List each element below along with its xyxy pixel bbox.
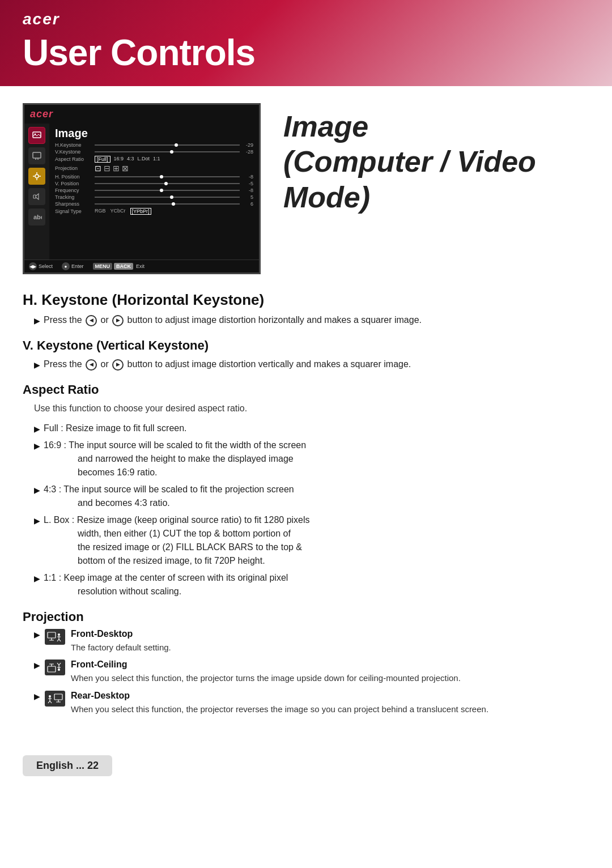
osd-row-signal: Signal Type RGB YCbCr [YPbPr]: [55, 208, 253, 215]
osd-screen: acer: [23, 103, 261, 274]
h-keystone-bullet: ▶ Press the or button to adjust image di…: [23, 313, 589, 327]
v-keystone-bullet: ▶ Press the or button to adjust image di…: [23, 358, 589, 371]
proj-arrow-icon: ▶: [34, 630, 40, 639]
page-title: User Controls: [23, 32, 589, 74]
bullet-arrow-icon: ▶: [34, 484, 40, 496]
left-button-icon: [86, 359, 97, 371]
aspect-item-169: ▶ 16:9 : The input source will be scaled…: [23, 439, 589, 479]
right-button-icon: [112, 315, 124, 326]
rear-desktop-desc: When you select this function, the proje…: [71, 703, 589, 716]
svg-rect-20: [48, 666, 56, 672]
front-ceiling-icon: [45, 659, 65, 675]
osd-row-vkeystone: V.Keystone -28: [55, 149, 253, 155]
front-desktop-label: Front-Desktop: [71, 629, 589, 639]
svg-text:abc: abc: [33, 214, 42, 220]
svg-point-5: [35, 175, 39, 178]
front-ceiling-desc: When you select this function, the proje…: [71, 672, 589, 685]
page-header: acer User Controls: [0, 0, 612, 86]
italic-section-title: Image (Computer / Video Mode): [283, 103, 589, 274]
main-content: acer: [0, 86, 612, 738]
osd-sidebar: abc: [24, 124, 49, 259]
svg-rect-10: [33, 195, 36, 198]
svg-line-18: [57, 639, 59, 641]
top-section: acer: [23, 103, 589, 274]
aspect-ratio-intro: Use this function to choose your desired…: [23, 402, 589, 416]
bullet-arrow-icon: ▶: [34, 440, 40, 452]
osd-row-tracking: Tracking 5: [55, 194, 253, 200]
svg-line-27: [59, 663, 61, 665]
rear-desktop-label: Rear-Desktop: [71, 691, 589, 701]
left-button-icon: [86, 315, 97, 326]
projection-front-desktop: ▶ Front-Desktop The factory default sett…: [23, 629, 589, 654]
osd-icon-image: [28, 127, 45, 144]
bullet-arrow-icon: ▶: [34, 423, 40, 435]
projection-title: Projection: [23, 610, 589, 624]
osd-top-bar: acer: [24, 105, 259, 124]
osd-icon-text: abc: [28, 209, 45, 225]
bullet-arrow-icon: ▶: [34, 515, 40, 527]
svg-point-23: [58, 669, 60, 671]
aspect-item-11: ▶ 1:1 : Keep image at the center of scre…: [23, 571, 589, 598]
osd-content: Image H.Keystone -29 V.Keystone: [49, 124, 259, 259]
acer-logo-header: acer: [23, 10, 589, 28]
projection-front-ceiling: ▶ Front-Ceiling When you select this fun…: [23, 659, 589, 685]
page-footer: English ... 22: [0, 755, 612, 776]
bullet-arrow-icon: ▶: [34, 315, 40, 327]
h-keystone-title: H. Keystone (Horizontal Keystone): [23, 291, 589, 309]
osd-row-frequency: Frequency -8: [55, 188, 253, 193]
aspect-item-full: ▶ Full : Resize image to fit full screen…: [23, 422, 589, 435]
svg-line-26: [57, 663, 59, 665]
bullet-arrow-icon: ▶: [34, 359, 40, 371]
right-button-icon: [112, 359, 124, 371]
osd-icon-settings: [28, 168, 45, 185]
osd-row-aspect: Aspect Ratio [Full] 16:9 4:3 L.Dot 1:1: [55, 156, 253, 163]
footer-label: English ... 22: [23, 755, 112, 776]
svg-line-35: [50, 701, 52, 703]
v-keystone-title: V. Keystone (Vertical Keystone): [23, 338, 589, 353]
aspect-item-43: ▶ 4:3 : The input source will be scaled …: [23, 483, 589, 510]
svg-line-19: [59, 639, 61, 641]
osd-bottom-bar: ◀▶ Select ● Enter MENU BACK Exit: [24, 259, 259, 273]
svg-rect-2: [33, 152, 41, 158]
svg-rect-12: [48, 632, 56, 638]
header-logo-text: acer: [23, 10, 60, 28]
projection-rear-desktop: ▶ Rear-Desktop When you select this func…: [23, 691, 589, 716]
front-desktop-icon: [45, 629, 65, 645]
svg-point-15: [58, 633, 60, 636]
osd-content-title: Image: [55, 127, 253, 140]
proj-arrow-icon: ▶: [34, 661, 40, 670]
osd-icon-audio: [28, 188, 45, 205]
osd-row-hposition: H. Position -8: [55, 174, 253, 180]
aspect-ratio-title: Aspect Ratio: [23, 382, 589, 397]
osd-logo: acer: [30, 108, 53, 120]
osd-row-hkeystone: H.Keystone -29: [55, 142, 253, 148]
bullet-arrow-icon: ▶: [34, 573, 40, 585]
front-ceiling-label: Front-Ceiling: [71, 659, 589, 670]
svg-line-34: [48, 701, 50, 703]
osd-row-vposition: V. Position -5: [55, 181, 253, 186]
osd-body: abc Image H.Keystone -29: [24, 124, 259, 259]
rear-desktop-icon: [45, 691, 65, 707]
osd-icon-display: [28, 147, 45, 164]
osd-row-projection: Projection ⊡ ⊟ ⊞ ⊠: [55, 164, 253, 173]
proj-arrow-icon: ▶: [34, 692, 40, 701]
front-desktop-desc: The factory default setting.: [71, 641, 589, 654]
svg-rect-28: [54, 694, 62, 700]
aspect-item-lbox: ▶ L. Box : Resize image (keep original s…: [23, 513, 589, 568]
osd-row-sharpness: Sharpness 6: [55, 201, 253, 207]
svg-point-31: [49, 695, 51, 697]
svg-rect-0: [33, 132, 41, 138]
